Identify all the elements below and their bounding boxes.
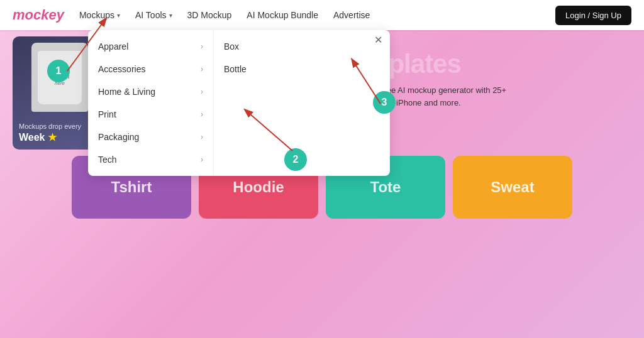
chevron-right-icon: › (201, 42, 203, 51)
annotation-3: 3 (373, 91, 396, 114)
annotation-2: 2 (284, 148, 307, 171)
login-button[interactable]: Login / Sign Up (555, 6, 631, 25)
nav-ai-tools-label: AI Tools (135, 10, 167, 20)
chevron-right-icon: › (201, 155, 203, 164)
nav-mockups-label: Mockups (79, 10, 114, 20)
category-tote-label: Tote (370, 178, 401, 196)
annotation-1: 1 (47, 60, 70, 82)
chevron-right-icon: › (201, 65, 203, 74)
nav-ai-bundle-label: AI Mockup Bundle (247, 10, 318, 20)
dropdown-close-button[interactable]: ✕ (374, 35, 382, 45)
dropdown-print-label: Print (98, 109, 116, 119)
nav-3d-label: 3D Mockup (187, 10, 232, 20)
dropdown-item-print[interactable]: Print › (88, 103, 213, 126)
dropdown-item-tech[interactable]: Tech › (88, 148, 213, 171)
dropdown-item-packaging[interactable]: Packaging › (88, 126, 213, 148)
chevron-right-icon: › (201, 133, 203, 141)
category-hoodie-label: Hoodie (233, 178, 284, 196)
dropdown-accessories-label: Accessories (98, 64, 145, 74)
dropdown-item-home-living[interactable]: Home & Living › (88, 80, 213, 103)
dropdown-home-living-label: Home & Living (98, 87, 155, 97)
nav-links: Mockups ▾ AI Tools ▾ 3D Mockup AI Mockup… (79, 10, 555, 20)
brand-logo[interactable]: mockey (13, 7, 64, 23)
chevron-down-icon: ▾ (117, 12, 120, 19)
nav-ai-bundle[interactable]: AI Mockup Bundle (247, 10, 318, 20)
chevron-down-icon: ▾ (169, 12, 172, 19)
category-sweat-label: Sweat (491, 178, 534, 196)
dropdown-item-apparel[interactable]: Apparel › (88, 35, 213, 58)
category-sweat[interactable]: Sweat (453, 156, 572, 219)
navbar: mockey Mockups ▾ AI Tools ▾ 3D Mockup AI… (0, 0, 644, 30)
mockups-dropdown: Apparel › Accessories › Home & Living › … (88, 30, 390, 176)
dropdown-categories: Apparel › Accessories › Home & Living › … (88, 30, 214, 176)
dropdown-packaging-label: Packaging (98, 132, 139, 142)
dropdown-item-accessories[interactable]: Accessories › (88, 58, 213, 80)
star-icon: ★ (48, 132, 57, 143)
nav-ai-tools[interactable]: AI Tools ▾ (135, 10, 172, 20)
dropdown-tech-label: Tech (98, 155, 117, 165)
nav-advertise-label: Advertise (333, 10, 370, 20)
category-tshirt-label: Tshirt (111, 178, 152, 196)
chevron-right-icon: › (201, 110, 203, 119)
dropdown-subitem-bottle[interactable]: Bottle (214, 58, 390, 80)
chevron-right-icon: › (201, 87, 203, 96)
dropdown-subitem-box[interactable]: Box (214, 35, 390, 58)
nav-mockups[interactable]: Mockups ▾ (79, 10, 120, 20)
nav-3d-mockup[interactable]: 3D Mockup (187, 10, 232, 20)
nav-advertise[interactable]: Advertise (333, 10, 370, 20)
dropdown-apparel-label: Apparel (98, 41, 128, 52)
